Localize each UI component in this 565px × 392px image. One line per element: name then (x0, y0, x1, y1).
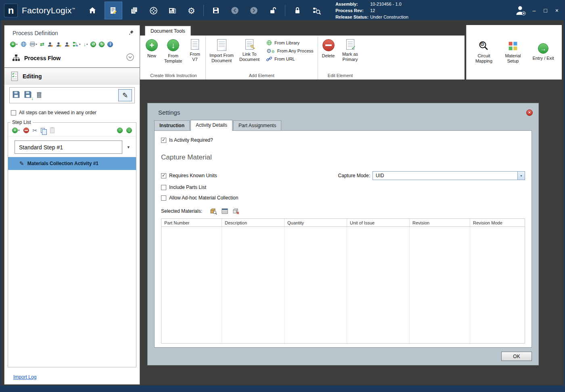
transfer-button[interactable]: ⇄ (40, 41, 44, 47)
user-favorite-button[interactable] (64, 42, 70, 47)
maximize-button[interactable]: □ (544, 8, 547, 13)
lock-icon (293, 6, 301, 15)
from-v7-button[interactable]: From V7 (186, 37, 204, 62)
column-header[interactable]: Part Number (161, 219, 222, 226)
collapse-icon[interactable] (126, 53, 134, 63)
selected-materials-label: Selected Materials: (161, 208, 202, 214)
web-button[interactable] (21, 41, 27, 47)
app-name: FactoryLogix™ (22, 6, 75, 15)
requires-known-units-checkbox[interactable]: Requires Known Units (161, 173, 217, 178)
assign-user-button[interactable] (47, 42, 53, 47)
chevron-down-icon: ▾ (36, 43, 38, 46)
tab-instruction[interactable]: Instruction (154, 120, 190, 130)
user-schedule-button[interactable] (56, 42, 61, 47)
move-up-button[interactable]: ↑ (117, 128, 123, 133)
save-button[interactable] (209, 4, 223, 17)
unlock-button[interactable] (266, 4, 280, 17)
materials-table-header: Part Number Description Quantity Unit of… (161, 219, 525, 227)
from-url-button[interactable]: From URL (266, 56, 314, 62)
circuit-mapping-button[interactable]: ⚙ Circuit Mapping (472, 41, 496, 64)
import-download-button[interactable]: ↓▾ (83, 41, 88, 47)
new-button[interactable]: + New (143, 37, 160, 59)
link-to-document-button[interactable]: Link To Document (238, 37, 261, 62)
work-instructions-button[interactable] (105, 2, 122, 19)
activity-name: Materials Collection Activity #1 (27, 161, 98, 166)
activity-item-selected[interactable]: ✎ Materials Collection Activity #1 (8, 157, 136, 170)
pin-icon[interactable] (129, 29, 134, 37)
lock-button[interactable] (291, 4, 304, 17)
forward-button[interactable] (247, 4, 261, 17)
import-log-link[interactable]: Import Log (13, 374, 36, 380)
delete-element-button[interactable]: Delete (320, 37, 337, 59)
back-icon (230, 6, 239, 15)
step-selector[interactable]: Standard Step #1 (15, 140, 122, 154)
allow-adhoc-checkbox[interactable]: Allow Ad-hoc Material Collection (161, 195, 525, 201)
include-parts-list-checkbox[interactable]: Include Parts List (161, 184, 525, 190)
ok-button[interactable]: OK (501, 352, 532, 361)
find-material-button[interactable] (209, 207, 218, 215)
from-template-button[interactable]: ↓ From Template (162, 37, 184, 64)
cut-button[interactable]: ✂ (33, 127, 38, 134)
trash-icon (36, 91, 43, 99)
from-url-label: From URL (274, 57, 295, 61)
logo-letter: n (8, 5, 14, 16)
tab-part-assignments[interactable]: Part Assignments (233, 120, 281, 130)
tab-activity-details[interactable]: Activity Details (190, 120, 232, 131)
column-header[interactable]: Revision (410, 219, 470, 226)
move-down-button[interactable]: ↓ (126, 128, 132, 133)
materials-table: Part Number Description Quantity Unit of… (161, 218, 525, 344)
any-order-checkbox[interactable]: All steps can be viewed in any order (4, 107, 140, 119)
import-from-document-button[interactable]: Import From Document (207, 37, 236, 63)
from-any-process-button[interactable]: ⚙⚙ From Any Process (266, 48, 314, 54)
paste-button[interactable] (50, 128, 54, 133)
find-in-tree-button[interactable] (310, 4, 323, 17)
delete-step-button[interactable] (36, 91, 43, 100)
editing-icon (10, 71, 19, 81)
back-button[interactable] (228, 4, 242, 17)
export-tree-button[interactable]: ▾ (73, 41, 81, 47)
print-button[interactable]: ▾ (29, 41, 38, 47)
add-step-button[interactable]: +▾ (12, 128, 20, 133)
settings-button[interactable]: ⚙ (184, 4, 198, 17)
from-library-button[interactable]: From Library (266, 40, 314, 46)
home-button[interactable] (86, 4, 99, 17)
add-button[interactable]: +▾ (10, 42, 18, 47)
column-header[interactable]: Unit of Issue (347, 219, 410, 226)
import-step-button[interactable]: ↓ (24, 90, 32, 100)
minimize-button[interactable]: – (533, 8, 536, 13)
checkbox-checked-icon (161, 138, 166, 143)
user-button[interactable] (513, 5, 529, 16)
checkbox-checked-icon (161, 173, 166, 178)
checkbox-icon (161, 195, 166, 201)
material-setup-button[interactable]: Material Setup (502, 41, 524, 64)
capture-mode-select[interactable]: UID ▼ (372, 171, 525, 180)
release-status-label: Release Status: (335, 14, 370, 20)
remove-step-button[interactable] (23, 128, 29, 133)
chevron-down-icon[interactable]: ▾ (127, 145, 130, 150)
material-table-button[interactable] (221, 207, 229, 215)
delete-icon (322, 39, 335, 51)
info-button[interactable]: i (107, 42, 113, 47)
process-templates-button[interactable] (128, 4, 141, 17)
mark-as-primary-button[interactable]: ✓ Mark as Primary (339, 37, 361, 62)
process-flow-header[interactable]: Process Flow (4, 50, 140, 67)
column-header[interactable]: Description (222, 219, 285, 226)
document-tools-tab[interactable]: Document Tools (145, 26, 191, 36)
settings-close-button[interactable]: ✕ (526, 109, 533, 116)
close-button[interactable]: × (555, 8, 559, 13)
ribbon: + New ↓ From Template From V7 Create Wor… (140, 36, 465, 80)
entry-exit-button[interactable]: → Entry / Exit (530, 43, 556, 61)
is-activity-required-checkbox[interactable]: Is Activity Required? (161, 137, 525, 143)
copy-button[interactable] (41, 128, 46, 133)
edit-instruction-button[interactable]: ✎ (118, 89, 132, 101)
group-label: Edit Element (320, 73, 361, 80)
chevron-down-icon: ▾ (79, 43, 81, 46)
undo-button[interactable]: ↺ (90, 42, 96, 47)
reports-button[interactable] (165, 4, 179, 17)
column-header[interactable]: Quantity (285, 219, 347, 226)
save-step-button[interactable] (12, 90, 20, 100)
navigator-button[interactable] (146, 4, 160, 17)
redo-button[interactable]: ↻ (99, 42, 105, 47)
column-header[interactable]: Revision Mode (470, 219, 525, 226)
remove-material-button[interactable] (232, 207, 240, 215)
